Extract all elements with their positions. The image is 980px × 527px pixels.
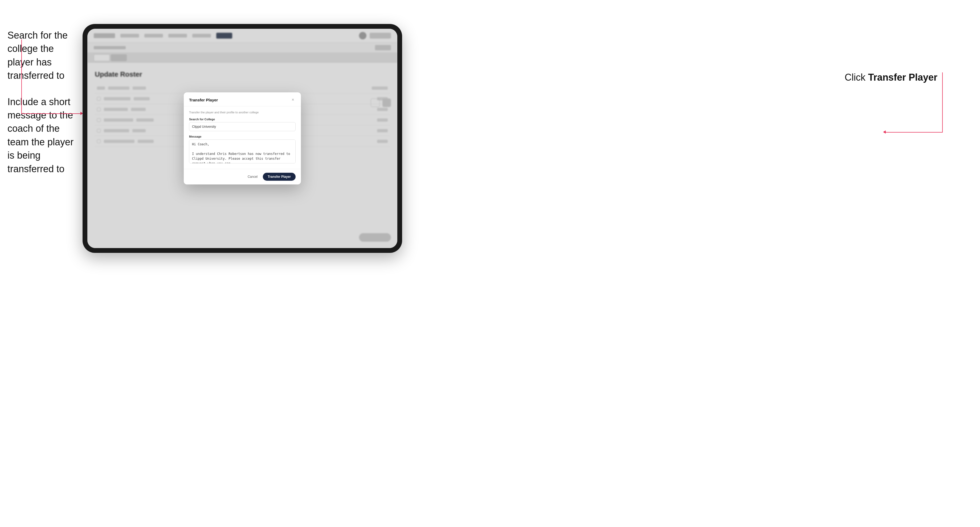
annotation-text-2: Include a short message to the coach of … xyxy=(8,95,80,176)
annotation-bold: Transfer Player xyxy=(868,72,937,83)
modal-body: Transfer the player and their profile to… xyxy=(184,106,301,169)
annotation-right: Click Transfer Player xyxy=(845,72,937,83)
tablet-screen: Update Roster xyxy=(88,29,397,248)
modal-overlay: Transfer Player × Transfer the player an… xyxy=(88,29,397,248)
transfer-player-button[interactable]: Transfer Player xyxy=(263,173,296,181)
annotation-text-1: Search for the college the player has tr… xyxy=(8,29,80,83)
modal-title: Transfer Player xyxy=(189,98,218,102)
modal-footer: Cancel Transfer Player xyxy=(184,169,301,184)
annotation-left: Search for the college the player has tr… xyxy=(8,29,80,176)
annotation-line-right-vertical xyxy=(942,72,943,133)
cancel-button[interactable]: Cancel xyxy=(245,173,260,180)
transfer-player-modal: Transfer Player × Transfer the player an… xyxy=(184,92,301,184)
close-icon: × xyxy=(291,97,294,102)
search-college-label: Search for College xyxy=(189,117,296,121)
annotation-line-right-horizontal xyxy=(884,132,943,133)
tablet-frame: Update Roster xyxy=(83,24,402,253)
modal-close-button[interactable]: × xyxy=(290,97,296,103)
message-textarea[interactable]: Hi Coach, I understand Chris Robertson h… xyxy=(189,140,296,163)
search-college-input[interactable] xyxy=(189,122,296,131)
annotation-prefix: Click xyxy=(845,72,868,83)
annotation-line-left-horizontal xyxy=(21,113,82,114)
message-label: Message xyxy=(189,135,296,138)
annotation-arrow-right xyxy=(883,130,886,133)
modal-subtitle: Transfer the player and their profile to… xyxy=(189,111,296,114)
modal-header: Transfer Player × xyxy=(184,92,301,106)
annotation-line-left-vertical xyxy=(21,40,22,114)
